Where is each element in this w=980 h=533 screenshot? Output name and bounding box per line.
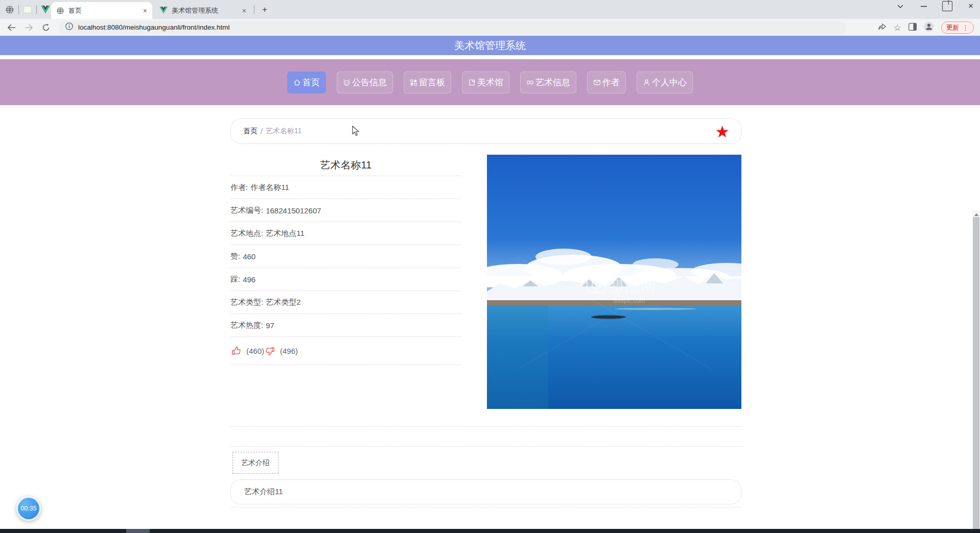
field-value: 作者名称11 <box>250 183 289 192</box>
timer-badge[interactable]: 00:35 <box>16 496 41 521</box>
tab-system[interactable]: 美术馆管理系统 × <box>154 2 251 19</box>
artwork-photo[interactable]: 摄图网 699pic.com <box>487 155 741 409</box>
field-value: 艺术类型2 <box>266 298 300 307</box>
field-value: 1682415012607 <box>266 206 321 215</box>
address-bar[interactable]: localhost:8080/meishugaunguanli/front/in… <box>59 21 846 34</box>
field-row-type: 艺术类型: 艺术类型2 <box>230 291 461 314</box>
field-label: 艺术编号: <box>230 206 263 215</box>
watermark-domain: 699pic.com <box>614 297 645 304</box>
nav-item-home[interactable]: 首页 <box>287 71 326 93</box>
artwork-details: 艺术名称11 作者: 作者名称11 艺术编号: 1682415012607 艺术… <box>230 155 461 365</box>
vue-icon[interactable] <box>41 5 50 14</box>
field-label: 作者: <box>230 183 248 192</box>
nav-item-gallery[interactable]: 美术馆 <box>462 71 509 93</box>
breadcrumb: 首页 / 艺术名称11 ★ <box>230 118 741 144</box>
nav-item-profile[interactable]: 个人中心 <box>637 71 693 93</box>
browser-update-button[interactable]: 更新 ⋮ <box>941 21 974 34</box>
url-text: localhost:8080/meishugaunguanli/front/in… <box>78 23 229 31</box>
profile-avatar-icon[interactable] <box>924 21 934 34</box>
field-row-location: 艺术地点: 艺术地点11 <box>230 222 461 245</box>
field-label: 赞: <box>230 252 240 261</box>
forward-icon[interactable] <box>22 21 35 34</box>
tab-art-intro[interactable]: 艺术介绍 <box>232 452 278 474</box>
tab-close-icon[interactable]: × <box>242 7 246 15</box>
thumbs-down-icon[interactable] <box>265 346 275 356</box>
nav-item-art-info[interactable]: 艺术信息 <box>520 71 576 93</box>
field-value: 460 <box>243 252 255 261</box>
main-nav: 首页 公告信息 留言板 美术馆 艺术信息 作者 个人中心 <box>0 59 980 105</box>
site-info-icon[interactable] <box>65 22 73 32</box>
tab-title: 首页 <box>68 6 140 15</box>
breadcrumb-current: 艺术名称11 <box>266 127 302 136</box>
divider <box>36 5 37 14</box>
tab-title: 美术馆管理系统 <box>172 6 239 15</box>
watermark-text: 摄图网 <box>610 278 656 295</box>
globe-favicon-icon <box>56 7 64 15</box>
site-header: 美术馆管理系统 <box>0 36 980 55</box>
tab-strip: 首页 × 美术馆管理系统 × + × <box>0 0 980 19</box>
field-value: 97 <box>266 321 274 330</box>
scrollbar[interactable] <box>972 210 980 533</box>
share-icon[interactable] <box>878 22 886 33</box>
browser-menu-icon[interactable]: ⋮ <box>962 24 969 32</box>
toolbar-actions: ☆ 更新 ⋮ <box>878 21 974 34</box>
nav-label: 首页 <box>302 77 320 88</box>
site-title: 美术馆管理系统 <box>454 39 526 53</box>
divider <box>18 5 19 14</box>
reload-icon[interactable] <box>40 21 52 34</box>
nav-item-announcements[interactable]: 公告信息 <box>337 71 393 93</box>
art-info-icon <box>526 79 534 86</box>
announcement-icon <box>343 79 351 86</box>
field-value: 艺术地点11 <box>266 229 305 238</box>
tab-home[interactable]: 首页 × <box>51 2 152 19</box>
field-row-art-id: 艺术编号: 1682415012607 <box>230 199 461 222</box>
back-icon[interactable] <box>5 21 17 34</box>
field-row-popularity: 艺术热度: 97 <box>230 314 461 337</box>
divider <box>230 446 741 447</box>
like-count: (460) <box>246 347 264 355</box>
browser-window: 首页 × 美术馆管理系统 × + × <box>0 0 980 533</box>
message-board-icon <box>410 79 417 86</box>
breadcrumb-separator: / <box>261 127 263 135</box>
gallery-icon <box>468 79 476 86</box>
taskbar-edge <box>0 529 980 533</box>
page-content: 首页 / 艺术名称11 ★ 艺术名称11 作者: 作者名称11 艺术编号: 16… <box>0 105 980 529</box>
divider <box>230 426 741 427</box>
nav-label: 留言板 <box>419 77 445 88</box>
field-label: 艺术热度: <box>230 321 263 330</box>
mouse-cursor <box>352 126 360 138</box>
nav-label: 公告信息 <box>352 77 387 88</box>
page-icon[interactable] <box>23 5 32 14</box>
sidepanel-icon[interactable] <box>908 23 917 33</box>
window-menu-chevron-icon[interactable] <box>895 1 905 11</box>
person-icon <box>643 79 650 86</box>
field-label: 艺术类型: <box>230 298 263 307</box>
nav-label: 美术馆 <box>477 77 503 88</box>
nav-item-message-board[interactable]: 留言板 <box>404 71 451 93</box>
window-controls: × <box>895 1 976 11</box>
breadcrumb-home-link[interactable]: 首页 <box>243 127 258 136</box>
vote-row: (460) (496) <box>230 337 461 365</box>
art-intro-text: 艺术介绍11 <box>230 479 741 504</box>
globe-icon[interactable] <box>5 5 14 14</box>
nav-item-authors[interactable]: 作者 <box>587 71 626 93</box>
vue-favicon-icon <box>159 7 168 15</box>
minimize-button[interactable] <box>919 1 929 11</box>
bookmark-star-icon[interactable]: ☆ <box>894 22 901 33</box>
nav-label: 作者 <box>602 77 620 88</box>
close-window-button[interactable]: × <box>966 1 976 11</box>
scrollbar-thumb[interactable] <box>973 217 979 533</box>
restore-button[interactable] <box>942 1 952 11</box>
field-row-likes: 赞: 460 <box>230 245 461 268</box>
field-row-dislikes: 踩: 496 <box>230 268 461 291</box>
field-value: 496 <box>243 275 255 284</box>
dislike-count: (496) <box>280 347 298 355</box>
favorite-star-icon[interactable]: ★ <box>715 122 730 141</box>
tab-close-icon[interactable]: × <box>143 7 147 15</box>
browser-toolbar: localhost:8080/meishugaunguanli/front/in… <box>0 19 980 36</box>
field-label: 艺术地点: <box>230 229 263 238</box>
new-tab-button[interactable]: + <box>259 4 271 16</box>
divider <box>230 507 741 507</box>
thumbs-up-icon[interactable] <box>231 346 241 356</box>
field-row-author: 作者: 作者名称11 <box>230 176 461 199</box>
